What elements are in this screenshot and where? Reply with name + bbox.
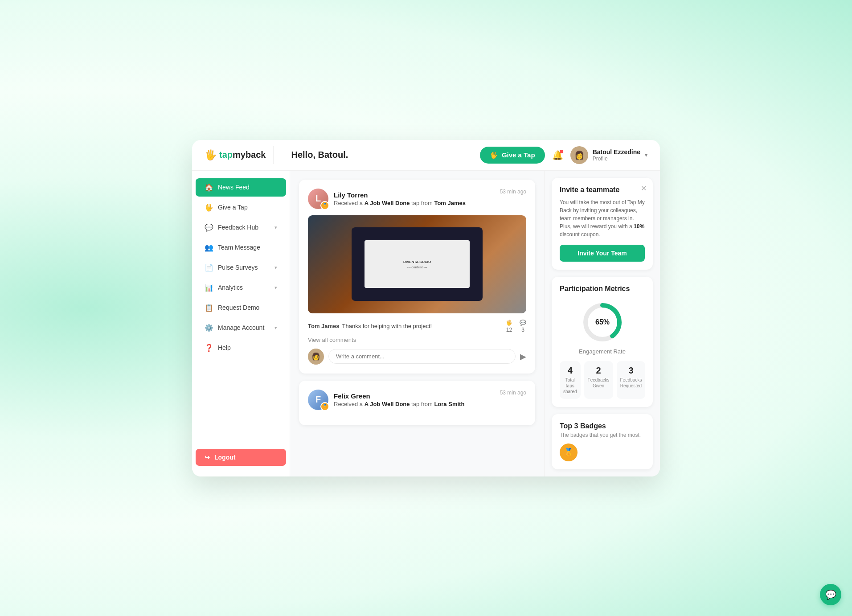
hand-tap-icon: 🖐 bbox=[506, 320, 512, 326]
give-tap-button[interactable]: 🖐 Give a Tap bbox=[480, 147, 545, 164]
help-icon: ❓ bbox=[205, 344, 213, 352]
stat-number-feedbacks-requested: 3 bbox=[620, 365, 642, 376]
metrics-stats: 4 Total tapsshared 2 FeedbacksGiven 3 Fe… bbox=[560, 361, 645, 399]
sidebar-item-pulse-surveys[interactable]: 📄 Pulse Surveys ▾ bbox=[196, 259, 286, 277]
right-panel: Invite a teammate ✕ You will take the mo… bbox=[544, 171, 660, 476]
badges-card: Top 3 Badges The badges that you get the… bbox=[552, 414, 653, 469]
feed-from-name-2: Lora Smith bbox=[434, 401, 464, 407]
donut-chart: 65% bbox=[580, 300, 625, 345]
sidebar-label-pulse-surveys: Pulse Surveys bbox=[218, 264, 270, 271]
stat-number-taps: 4 bbox=[563, 365, 577, 376]
chat-fab-button[interactable]: 💬 bbox=[820, 584, 841, 605]
notification-button[interactable]: 🔔 bbox=[552, 150, 563, 160]
sidebar-label-feedback-hub: Feedback Hub bbox=[218, 224, 270, 231]
comment-count-1: 3 bbox=[521, 327, 524, 333]
engagement-label: Engagement Rate bbox=[579, 348, 626, 355]
feed-tap-type-1: A Job Well Done bbox=[365, 200, 410, 206]
feed-item-1-header: L 🏅 Lily Torren Received a A Job Well Do… bbox=[308, 189, 526, 209]
chat-icon: 💬 bbox=[205, 223, 213, 232]
user-menu[interactable]: 👩 Batoul Ezzedine Profile ▾ bbox=[570, 146, 647, 164]
laptop-screen: DIVENTA SOCIO ••• content ••• bbox=[365, 240, 469, 288]
badges-subtitle: The badges that you get the most. bbox=[560, 432, 645, 438]
stat-box-taps: 4 Total tapsshared bbox=[560, 361, 581, 399]
header-right: 🖐 Give a Tap 🔔 👩 Batoul Ezzedine Profile… bbox=[480, 146, 647, 164]
home-icon: 🏠 bbox=[205, 183, 213, 192]
sidebar-item-help[interactable]: ❓ Help bbox=[196, 339, 286, 357]
feed-tap-type-2: A Job Well Done bbox=[365, 401, 410, 407]
sidebar-label-analytics: Analytics bbox=[218, 284, 270, 291]
survey-icon: 📄 bbox=[205, 263, 213, 272]
invite-highlight: 10% bbox=[634, 223, 644, 230]
main-content: L 🏅 Lily Torren Received a A Job Well Do… bbox=[290, 171, 544, 476]
svg-text:65%: 65% bbox=[595, 318, 609, 326]
logo-text: tapmyback bbox=[219, 150, 266, 160]
feed-comment-author-1: Tom James bbox=[308, 323, 340, 329]
comment-input-field[interactable] bbox=[328, 349, 516, 364]
comment-input-row-1: 👩 ▶ bbox=[308, 349, 526, 365]
feed-time-1: 53 min ago bbox=[500, 189, 526, 195]
comment-send-button[interactable]: ▶ bbox=[520, 352, 526, 361]
metrics-card: Participation Metrics 65% Engagement Rat… bbox=[552, 277, 653, 407]
hand-icon: 🖐 bbox=[205, 203, 213, 212]
feed-comment-row-1: Tom James Thanks for helping with the pr… bbox=[308, 323, 432, 329]
feed-item-1-left: L 🏅 Lily Torren Received a A Job Well Do… bbox=[308, 189, 466, 209]
feed-from-name-1: Tom James bbox=[434, 200, 466, 206]
feed-item-2-left: F 🏅 Felix Green Received a A Job Well Do… bbox=[308, 390, 464, 410]
feed-image-laptop: DIVENTA SOCIO ••• content ••• bbox=[352, 227, 483, 301]
invite-desc: You will take the most out of Tap My Bac… bbox=[560, 198, 645, 238]
logo[interactable]: 🖐 tapmyback bbox=[205, 149, 266, 161]
invite-team-button[interactable]: Invite Your Team bbox=[560, 245, 645, 262]
feed-item-2-header: F 🏅 Felix Green Received a A Job Well Do… bbox=[308, 390, 526, 410]
sidebar-item-give-tap[interactable]: 🖐 Give a Tap bbox=[196, 198, 286, 217]
notification-dot bbox=[560, 150, 563, 153]
header-greeting: Hello, Batoul. bbox=[291, 150, 473, 160]
logout-button[interactable]: ↪ Logout bbox=[196, 449, 286, 466]
sidebar-label-news-feed: News Feed bbox=[218, 184, 277, 191]
chevron-surveys-icon: ▾ bbox=[274, 265, 277, 271]
stat-label-feedbacks-given: FeedbacksGiven bbox=[588, 377, 610, 389]
tap-action-button-1[interactable]: 🖐 12 bbox=[506, 320, 512, 333]
chat-fab-icon: 💬 bbox=[825, 589, 836, 600]
sidebar: 🏠 News Feed 🖐 Give a Tap 💬 Feedback Hub … bbox=[192, 171, 290, 476]
badges-title: Top 3 Badges bbox=[560, 422, 645, 430]
sidebar-item-news-feed[interactable]: 🏠 News Feed bbox=[196, 178, 286, 197]
invite-title: Invite a teammate bbox=[560, 186, 645, 194]
sidebar-label-give-tap: Give a Tap bbox=[218, 204, 277, 211]
stat-number-feedbacks-given: 2 bbox=[588, 365, 610, 376]
feed-action-icons-1: 🖐 12 💬 3 bbox=[506, 320, 526, 333]
header-divider bbox=[273, 146, 274, 164]
comment-action-button-1[interactable]: 💬 3 bbox=[520, 320, 526, 333]
feed-avatar-badge-1: 🏅 bbox=[320, 201, 329, 210]
chevron-feedback-icon: ▾ bbox=[274, 225, 277, 230]
team-icon: 👥 bbox=[205, 243, 213, 252]
feed-actions-1: Tom James Thanks for helping with the pr… bbox=[308, 320, 526, 333]
sidebar-label-help: Help bbox=[218, 344, 277, 351]
chevron-analytics-icon: ▾ bbox=[274, 285, 277, 291]
app-container: 🖐 tapmyback Hello, Batoul. 🖐 Give a Tap … bbox=[192, 140, 660, 476]
commenter-avatar: 👩 bbox=[308, 349, 324, 365]
badges-row: 🏅 bbox=[560, 444, 645, 461]
user-role: Profile bbox=[593, 156, 640, 162]
view-all-comments-1[interactable]: View all comments bbox=[308, 337, 526, 343]
give-tap-icon: 🖐 bbox=[490, 151, 498, 159]
chevron-account-icon: ▾ bbox=[274, 325, 277, 331]
stat-box-feedbacks-given: 2 FeedbacksGiven bbox=[584, 361, 613, 399]
header: 🖐 tapmyback Hello, Batoul. 🖐 Give a Tap … bbox=[192, 140, 660, 171]
sidebar-item-manage-account[interactable]: ⚙️ Manage Account ▾ bbox=[196, 319, 286, 337]
sidebar-label-team-message: Team Message bbox=[218, 244, 277, 251]
sidebar-item-request-demo[interactable]: 📋 Request Demo bbox=[196, 299, 286, 317]
sidebar-item-feedback-hub[interactable]: 💬 Feedback Hub ▾ bbox=[196, 218, 286, 237]
analytics-icon: 📊 bbox=[205, 283, 213, 292]
feed-item-1-text: Lily Torren Received a A Job Well Done t… bbox=[334, 191, 466, 206]
donut-container: 65% Engagement Rate bbox=[560, 300, 645, 355]
sidebar-item-team-message[interactable]: 👥 Team Message bbox=[196, 238, 286, 257]
feed-user-name-1: Lily Torren bbox=[334, 191, 466, 199]
tap-count-1: 12 bbox=[506, 327, 512, 333]
sidebar-label-manage-account: Manage Account bbox=[218, 324, 270, 331]
feed-desc-2: Received a A Job Well Done tap from Lora… bbox=[334, 401, 464, 407]
chevron-down-icon: ▾ bbox=[645, 152, 647, 158]
invite-close-button[interactable]: ✕ bbox=[641, 184, 647, 193]
stat-box-feedbacks-requested: 3 FeedbacksRequested bbox=[617, 361, 646, 399]
feed-time-2: 53 min ago bbox=[500, 390, 526, 396]
sidebar-item-analytics[interactable]: 📊 Analytics ▾ bbox=[196, 279, 286, 297]
